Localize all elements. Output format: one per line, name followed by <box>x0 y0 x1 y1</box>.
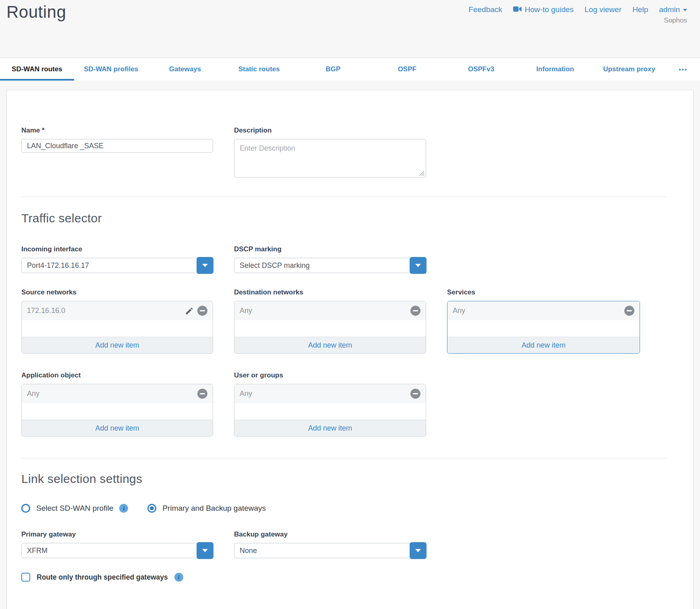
list-item: Any <box>234 301 426 320</box>
tab-upstream-proxy[interactable]: Upstream proxy <box>592 58 666 81</box>
route-only-label: Route only through specified gateways <box>37 573 168 582</box>
top-nav: Feedback How-to guides Log viewer Help a… <box>468 5 687 14</box>
route-editor-card: Name * Description Traffic selector Inco… <box>6 90 694 609</box>
services-label: Services <box>447 288 640 297</box>
name-description-row: Name * Description <box>7 126 693 179</box>
tab-gateways[interactable]: Gateways <box>148 58 222 81</box>
remove-icon[interactable] <box>197 389 207 399</box>
info-icon[interactable]: i <box>174 573 183 582</box>
source-networks-label: Source networks <box>21 288 213 297</box>
route-only-row: Route only through specified gateways i <box>7 573 693 582</box>
traffic-selector-heading: Traffic selector <box>7 211 693 225</box>
backup-gateway-value: None <box>240 547 257 555</box>
remove-icon[interactable] <box>624 306 634 316</box>
remove-icon[interactable] <box>197 306 207 316</box>
radio-label: Primary and Backup gateways <box>162 504 266 513</box>
remove-icon[interactable] <box>410 306 420 316</box>
tab-sd-wan-profiles[interactable]: SD-WAN profiles <box>74 58 148 81</box>
radio-checked-icon <box>147 504 156 513</box>
incoming-interface-label: Incoming interface <box>21 245 213 254</box>
add-new-item-button[interactable]: Add new item <box>234 420 426 436</box>
remove-icon[interactable] <box>410 389 420 399</box>
tab-static-routes[interactable]: Static routes <box>222 58 296 81</box>
incoming-interface-select[interactable]: Port4-172.16.16.17 <box>21 258 213 273</box>
add-new-item-button[interactable]: Add new item <box>234 337 426 353</box>
list-empty-area <box>22 320 213 337</box>
list-empty-area <box>234 320 426 337</box>
help-link[interactable]: Help <box>632 5 648 14</box>
application-object-box: Any Add new item <box>21 384 213 437</box>
tab-more-menu[interactable]: ••• <box>666 58 700 81</box>
howto-guides-link[interactable]: How-to guides <box>513 5 574 14</box>
admin-menu[interactable]: admin <box>659 5 687 14</box>
account-name: Sophos <box>664 17 687 25</box>
description-input[interactable] <box>234 139 426 178</box>
destination-networks-label: Destination networks <box>234 288 426 297</box>
backup-gateway-select[interactable]: None <box>234 543 426 558</box>
services-box: Any Add new item <box>447 301 640 354</box>
application-users-row: Application object Any Add new item User… <box>7 371 693 437</box>
list-item-value: Any <box>240 389 410 398</box>
tab-ospfv3[interactable]: OSPFv3 <box>444 58 518 81</box>
description-label: Description <box>234 126 426 135</box>
radio-label: Select SD-WAN profile <box>36 504 113 513</box>
dscp-marking-value: Select DSCP marking <box>240 261 310 270</box>
section-divider <box>21 197 667 197</box>
dropdown-arrow-icon <box>197 542 213 559</box>
tab-bar: SD-WAN routes SD-WAN profiles Gateways S… <box>0 58 700 81</box>
tab-ospf[interactable]: OSPF <box>370 58 444 81</box>
page-title: Routing <box>6 2 66 22</box>
radio-select-sdwan-profile[interactable]: Select SD-WAN profile i <box>21 504 128 513</box>
log-viewer-link[interactable]: Log viewer <box>584 5 621 14</box>
add-new-item-button[interactable]: Add new item <box>447 337 640 353</box>
video-camera-icon <box>513 5 522 14</box>
name-label: Name * <box>21 126 213 135</box>
chevron-down-icon <box>683 9 687 11</box>
routing-page: Routing Feedback How-to guides Log viewe… <box>0 0 700 609</box>
howto-guides-label: How-to guides <box>525 5 574 14</box>
section-divider <box>21 458 667 458</box>
dscp-marking-select[interactable]: Select DSCP marking <box>234 258 426 273</box>
tab-sd-wan-routes[interactable]: SD-WAN routes <box>0 58 74 81</box>
list-item-value: Any <box>240 307 410 315</box>
list-empty-area <box>22 403 213 420</box>
networks-row: Source networks 172.16.16.0 Add new item <box>7 288 693 354</box>
radio-primary-backup-gateways[interactable]: Primary and Backup gateways <box>147 504 266 513</box>
backup-gateway-label: Backup gateway <box>234 530 426 539</box>
interface-dscp-row: Incoming interface Port4-172.16.16.17 DS… <box>7 245 693 273</box>
list-item-value: Any <box>453 307 624 315</box>
gateways-row: Primary gateway XFRM Backup gateway None <box>7 530 693 558</box>
dropdown-arrow-icon <box>410 542 427 559</box>
user-or-groups-box: Any Add new item <box>234 384 426 437</box>
admin-label: admin <box>659 5 680 14</box>
dropdown-arrow-icon <box>410 257 427 274</box>
route-only-checkbox[interactable] <box>21 573 30 582</box>
primary-gateway-value: XFRM <box>27 547 48 555</box>
tab-bgp[interactable]: BGP <box>296 58 370 81</box>
primary-gateway-select[interactable]: XFRM <box>21 543 213 558</box>
edit-icon[interactable] <box>185 307 194 315</box>
add-new-item-button[interactable]: Add new item <box>22 337 213 353</box>
incoming-interface-value: Port4-172.16.16.17 <box>27 261 89 270</box>
primary-gateway-label: Primary gateway <box>21 530 213 539</box>
user-or-groups-label: User or groups <box>234 371 426 380</box>
radio-unchecked-icon <box>21 504 30 513</box>
list-item: Any <box>234 384 426 403</box>
info-icon[interactable]: i <box>119 504 128 513</box>
application-object-label: Application object <box>21 371 213 380</box>
list-empty-area <box>234 403 426 420</box>
list-item: Any <box>22 384 213 403</box>
resize-handle-icon[interactable] <box>419 171 425 176</box>
list-item: 172.16.16.0 <box>22 301 213 320</box>
page-header: Routing Feedback How-to guides Log viewe… <box>0 0 700 58</box>
dropdown-arrow-icon <box>197 257 213 274</box>
link-selection-heading: Link selection settings <box>7 472 693 486</box>
dscp-marking-label: DSCP marking <box>234 245 426 254</box>
list-item-value: 172.16.16.0 <box>27 307 185 315</box>
add-new-item-button[interactable]: Add new item <box>22 420 213 436</box>
name-input[interactable] <box>21 139 213 153</box>
tab-information[interactable]: Information <box>518 58 592 81</box>
feedback-link[interactable]: Feedback <box>468 5 502 14</box>
destination-networks-box: Any Add new item <box>234 301 426 354</box>
list-item: Any <box>447 301 640 320</box>
